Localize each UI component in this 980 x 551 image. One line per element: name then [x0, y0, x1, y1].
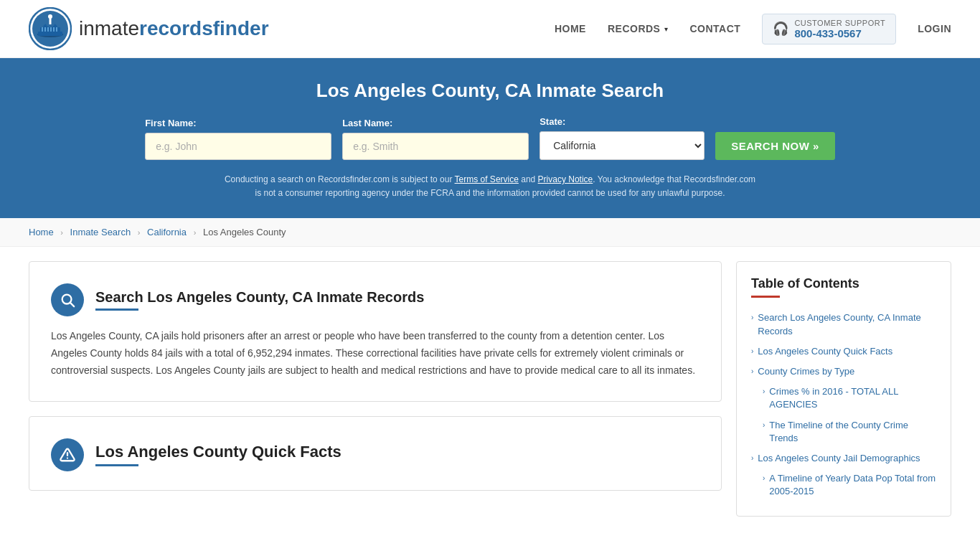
nav-contact[interactable]: CONTACT — [689, 23, 740, 34]
toc-item: ›Crimes % in 2016 - TOTAL ALL AGENCIES — [751, 382, 936, 415]
breadcrumb-sep-1: › — [60, 228, 63, 237]
toc-item: ›A Timeline of Yearly Data Pop Total fro… — [751, 468, 936, 501]
svg-rect-11 — [47, 27, 49, 32]
svg-rect-10 — [44, 27, 46, 32]
breadcrumb-sep-2: › — [138, 228, 141, 237]
chevron-down-icon: ▾ — [664, 25, 668, 33]
last-name-group: Last Name: — [342, 118, 529, 160]
customer-support[interactable]: 🎧 CUSTOMER SUPPORT 800-433-0567 — [762, 14, 896, 44]
search-banner: Los Angeles County, CA Inmate Search Fir… — [0, 58, 980, 218]
content-area: Search Los Angeles County, CA Inmate Rec… — [29, 261, 722, 517]
logo[interactable]: inmaterecordsfinder — [29, 7, 269, 50]
breadcrumb-home[interactable]: Home — [29, 227, 54, 237]
search-icon-circle — [51, 283, 84, 316]
toc-link[interactable]: ›The Timeline of the County Crime Trends — [763, 419, 936, 445]
last-name-input[interactable] — [342, 133, 529, 160]
svg-rect-12 — [50, 27, 52, 32]
privacy-link[interactable]: Privacy Notice — [538, 174, 593, 184]
toc-list: ›Search Los Angeles County, CA Inmate Re… — [751, 308, 936, 501]
header: inmaterecordsfinder HOME RECORDS ▾ CONTA… — [0, 0, 980, 58]
headset-icon: 🎧 — [773, 21, 788, 37]
svg-rect-14 — [56, 27, 57, 32]
state-select[interactable]: California — [540, 131, 705, 160]
main-nav: HOME RECORDS ▾ CONTACT 🎧 CUSTOMER SUPPOR… — [555, 14, 951, 44]
breadcrumb: Home › Inmate Search › California › Los … — [0, 218, 980, 247]
chevron-right-icon: › — [751, 367, 753, 377]
card-header-2: Los Angeles County Quick Facts — [51, 438, 699, 471]
card-title-2: Los Angeles County Quick Facts — [95, 443, 341, 466]
info-icon-circle — [51, 438, 84, 471]
breadcrumb-inmate-search[interactable]: Inmate Search — [70, 227, 131, 237]
card-title-1: Search Los Angeles County, CA Inmate Rec… — [95, 289, 424, 311]
svg-rect-13 — [53, 27, 55, 32]
state-group: State: California — [540, 116, 705, 160]
first-name-group: First Name: — [145, 118, 331, 160]
toc-item: ›County Crimes by Type — [751, 362, 936, 382]
toc-link[interactable]: ›Crimes % in 2016 - TOTAL ALL AGENCIES — [763, 385, 936, 411]
toc-item: ›The Timeline of the County Crime Trends — [751, 415, 936, 448]
toc-link[interactable]: ›Los Angeles County Jail Demographics — [751, 452, 936, 465]
card-header-1: Search Los Angeles County, CA Inmate Rec… — [51, 283, 699, 316]
first-name-label: First Name: — [145, 118, 197, 128]
breadcrumb-sep-3: › — [194, 228, 197, 237]
toc-link[interactable]: ›Search Los Angeles County, CA Inmate Re… — [751, 311, 936, 337]
logo-text: inmaterecordsfinder — [79, 17, 269, 40]
banner-title: Los Angeles County, CA Inmate Search — [29, 80, 951, 102]
svg-point-8 — [48, 14, 52, 19]
breadcrumb-california[interactable]: California — [147, 227, 187, 237]
support-info: CUSTOMER SUPPORT 800-433-0567 — [794, 19, 885, 39]
toc-link[interactable]: ›County Crimes by Type — [751, 365, 936, 378]
card-body-1: Los Angeles County, CA jails hold prison… — [51, 328, 699, 379]
chevron-right-icon: › — [763, 420, 765, 430]
breadcrumb-current: Los Angeles County — [203, 227, 286, 237]
nav-records[interactable]: RECORDS ▾ — [608, 23, 669, 34]
quick-facts-card: Los Angeles County Quick Facts — [29, 416, 722, 491]
chevron-right-icon: › — [763, 387, 765, 397]
chevron-right-icon: › — [763, 474, 765, 484]
search-button[interactable]: SEARCH NOW » — [715, 132, 835, 160]
toc-item: ›Los Angeles County Jail Demographics — [751, 448, 936, 468]
nav-home[interactable]: HOME — [555, 23, 586, 34]
toc-title: Table of Contents — [751, 276, 936, 291]
toc-divider — [751, 296, 780, 298]
last-name-label: Last Name: — [342, 118, 392, 128]
first-name-input[interactable] — [145, 133, 331, 160]
nav-login[interactable]: LOGIN — [918, 23, 951, 34]
toc-card: Table of Contents ›Search Los Angeles Co… — [736, 261, 951, 517]
banner-notice: Conducting a search on Recordsfinder.com… — [221, 173, 759, 200]
sidebar: Table of Contents ›Search Los Angeles Co… — [736, 261, 951, 517]
search-form: First Name: Last Name: State: California… — [29, 116, 951, 160]
inmate-records-card: Search Los Angeles County, CA Inmate Rec… — [29, 261, 722, 401]
toc-link[interactable]: ›A Timeline of Yearly Data Pop Total fro… — [763, 472, 936, 498]
chevron-right-icon: › — [751, 347, 753, 357]
toc-item: ›Search Los Angeles County, CA Inmate Re… — [751, 308, 936, 341]
logo-icon — [29, 7, 72, 50]
toc-link[interactable]: ›Los Angeles County Quick Facts — [751, 345, 936, 358]
svg-line-16 — [70, 303, 74, 307]
chevron-right-icon: › — [751, 313, 753, 323]
chevron-right-icon: › — [751, 453, 753, 463]
tos-link[interactable]: Terms of Service — [455, 174, 519, 184]
svg-rect-9 — [42, 27, 43, 32]
toc-item: ›Los Angeles County Quick Facts — [751, 342, 936, 362]
state-label: State: — [540, 116, 565, 127]
main-container: Search Los Angeles County, CA Inmate Rec… — [0, 247, 980, 531]
